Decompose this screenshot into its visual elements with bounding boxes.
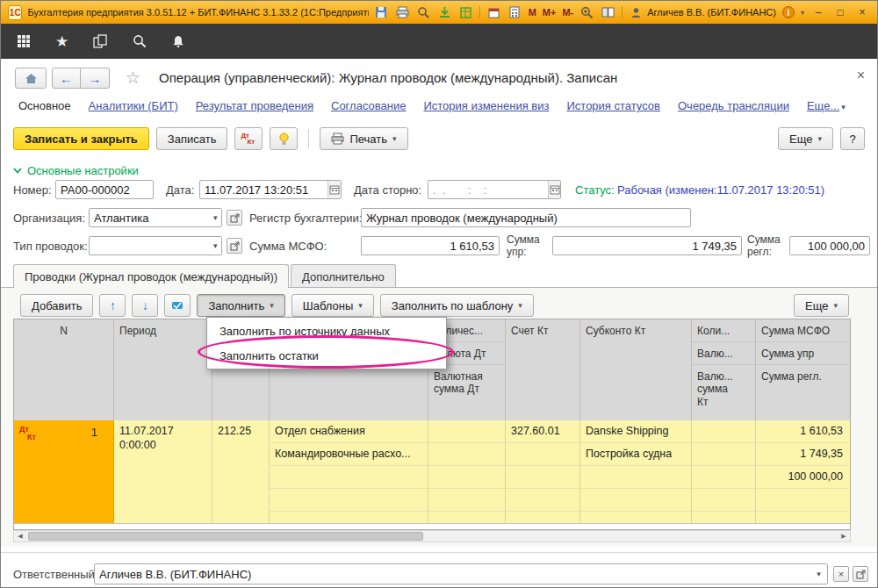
entry-type-open-button[interactable]: [227, 238, 242, 254]
navlink-analytics[interactable]: Аналитики (БИТ): [89, 99, 178, 112]
cell-empty[interactable]: [270, 489, 428, 512]
cell-empty[interactable]: [506, 443, 579, 466]
cell-empty[interactable]: [428, 489, 505, 512]
memory-m-button[interactable]: M: [529, 7, 536, 18]
cell-empty[interactable]: [506, 489, 579, 512]
hint-button[interactable]: [270, 127, 298, 150]
home-button[interactable]: [15, 68, 47, 89]
main-menu-grid-icon[interactable]: [17, 34, 31, 48]
more-button[interactable]: Еще▾: [778, 127, 833, 150]
save-icon[interactable]: [374, 5, 389, 20]
cell-currency-dt[interactable]: [428, 443, 505, 466]
calculator-icon[interactable]: [507, 5, 522, 20]
navlink-approval[interactable]: Согласование: [331, 99, 406, 112]
register-input[interactable]: [361, 208, 691, 227]
favorite-toggle-icon[interactable]: ☆: [126, 68, 140, 88]
cell-subconto-dt-2[interactable]: Командировочные расхо...: [270, 443, 428, 466]
back-button[interactable]: ←: [52, 68, 81, 89]
close-window-button[interactable]: ×: [854, 6, 870, 18]
chevron-down-icon[interactable]: ▾: [209, 209, 221, 226]
scroll-right-icon[interactable]: ▶: [838, 531, 850, 541]
responsible-open-button[interactable]: [853, 566, 868, 582]
navlink-status-history[interactable]: История статусов: [566, 99, 660, 112]
cell-period[interactable]: 11.07.2017 0:00:00: [114, 420, 212, 456]
preview-icon[interactable]: [416, 5, 431, 20]
maximize-button[interactable]: □: [832, 6, 848, 18]
move-down-button[interactable]: ↓: [132, 294, 158, 317]
calendar-icon[interactable]: [327, 181, 341, 198]
tab-additional[interactable]: Дополнительно: [291, 264, 396, 288]
cell-account-kt[interactable]: 327.60.01: [506, 420, 579, 443]
export-icon[interactable]: [437, 5, 452, 20]
cell-sum-upr[interactable]: 1 749,35: [756, 443, 848, 466]
print-button[interactable]: Печать ▾: [320, 127, 407, 150]
storno-date-input[interactable]: [428, 181, 548, 198]
cell-sum-msfo[interactable]: 1 610,53: [756, 420, 848, 443]
main-settings-toggle[interactable]: Основные настройки: [13, 164, 139, 177]
search-icon[interactable]: [133, 34, 147, 48]
favorites-star-icon[interactable]: ★: [55, 34, 68, 49]
minimize-button[interactable]: –: [810, 6, 826, 18]
cell-empty[interactable]: [580, 489, 691, 512]
cell-subconto-kt-3[interactable]: [580, 466, 691, 489]
table-icon[interactable]: [458, 5, 473, 20]
notifications-bell-icon[interactable]: [171, 35, 185, 48]
organization-open-button[interactable]: [227, 210, 242, 226]
scrollbar-thumb[interactable]: [28, 532, 423, 541]
responsible-clear-button[interactable]: ×: [833, 566, 849, 582]
navlink-more[interactable]: Еще...▾: [807, 99, 846, 112]
close-form-button[interactable]: ×: [857, 68, 865, 83]
navlink-translation-queue[interactable]: Очередь трансляции: [678, 99, 789, 112]
calendar-icon[interactable]: [548, 181, 560, 198]
cell-subconto-kt-2[interactable]: Постройка судна: [580, 443, 691, 466]
navlink-posting-result[interactable]: Результат проведения: [196, 99, 313, 112]
save-button[interactable]: Записать: [156, 127, 228, 150]
sum-msfo-input[interactable]: [361, 236, 500, 255]
cell-currency-sum-kt[interactable]: [692, 466, 755, 489]
responsible-input[interactable]: [95, 564, 810, 584]
sum-regl-input[interactable]: [789, 236, 870, 255]
add-row-button[interactable]: Добавить: [20, 294, 93, 317]
memory-m-plus-button[interactable]: M+: [543, 7, 557, 18]
grid-row[interactable]: Дт Кт 1 11.07.2017 0:00:00 212.25 Отдел …: [14, 420, 850, 524]
number-input[interactable]: [55, 180, 154, 199]
current-user[interactable]: Агличев В.В. (БИТ.ФИНАНС): [629, 5, 776, 20]
cell-subconto-kt-1[interactable]: Danske Shipping: [580, 420, 691, 443]
menu-item-fill-from-source[interactable]: Заполнить по источнику данных: [207, 319, 446, 343]
cell-empty[interactable]: [692, 489, 755, 512]
chevron-down-icon[interactable]: ▾: [810, 564, 827, 584]
dtkt-entries-button[interactable]: ДтКт: [234, 127, 263, 150]
move-up-button[interactable]: ↑: [99, 294, 126, 317]
cell-qty-dt[interactable]: [428, 420, 505, 443]
forward-button[interactable]: →: [81, 68, 110, 89]
fill-by-template-button[interactable]: Заполнить по шаблону▾: [380, 294, 534, 317]
cell-qty-kt[interactable]: [692, 420, 755, 443]
cell-currency-sum-dt[interactable]: [428, 466, 505, 489]
entry-type-input[interactable]: [90, 237, 209, 255]
split-panels-icon[interactable]: [601, 5, 615, 20]
scroll-left-icon[interactable]: ◀: [14, 531, 26, 541]
cell-empty[interactable]: [756, 489, 848, 512]
organization-input[interactable]: [90, 209, 209, 226]
cell-sum-regl[interactable]: 100 000,00: [756, 466, 848, 489]
menu-item-fill-balances[interactable]: Заполнить остатки: [207, 343, 446, 368]
zoom-icon[interactable]: [579, 5, 594, 20]
navlink-visa-history[interactable]: История изменения виз: [423, 99, 549, 112]
cell-subconto-dt-3[interactable]: [270, 466, 428, 489]
chevron-down-icon[interactable]: ▾: [209, 237, 221, 255]
entries-action-button[interactable]: [164, 294, 191, 317]
grid-more-button[interactable]: Еще▾: [794, 294, 849, 317]
calendar-icon[interactable]: [486, 5, 501, 20]
row-selector-cell[interactable]: Дт Кт 1: [14, 420, 114, 523]
navlink-main[interactable]: Основное: [18, 99, 71, 112]
cell-subconto-dt-1[interactable]: Отдел снабжения: [270, 420, 428, 443]
horizontal-scrollbar[interactable]: ◀ ▶: [13, 530, 851, 542]
templates-button[interactable]: Шаблоны▾: [291, 294, 374, 317]
tab-entries[interactable]: Проводки (Журнал проводок (международный…: [13, 264, 289, 288]
cell-account-dt[interactable]: 212.25: [212, 420, 269, 443]
sum-upr-input[interactable]: [552, 236, 742, 255]
print-icon[interactable]: [395, 5, 410, 20]
save-and-close-button[interactable]: Записать и закрыть: [13, 127, 149, 150]
help-button[interactable]: ?: [840, 127, 865, 150]
info-icon[interactable]: i: [782, 6, 795, 18]
